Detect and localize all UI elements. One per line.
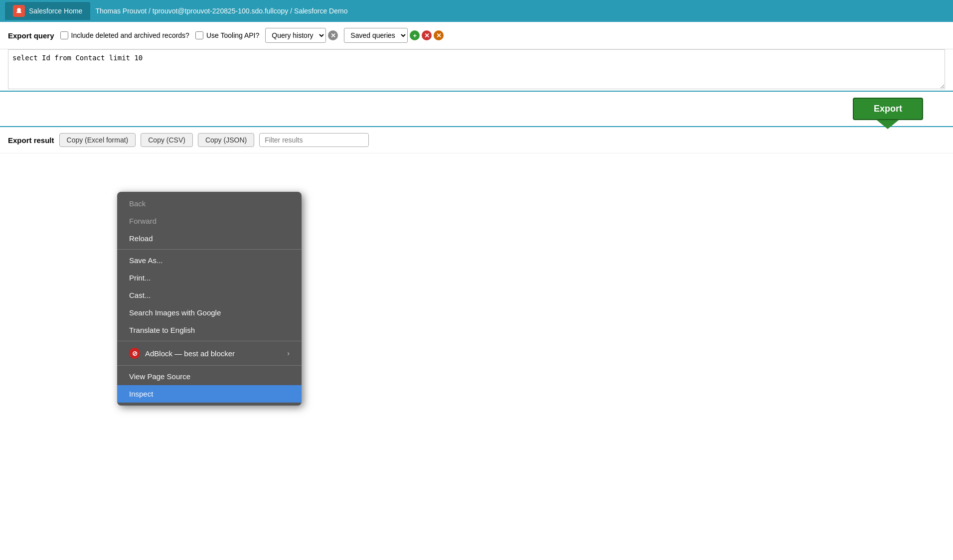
browser-bar: Salesforce Home Thomas Prouvot / tprouvo…	[0, 0, 953, 22]
context-menu-divider-3	[117, 365, 302, 366]
export-query-bar: Export query Include deleted and archive…	[0, 22, 953, 49]
context-menu-forward-label: Forward	[129, 217, 157, 225]
export-button[interactable]: Export	[853, 98, 923, 120]
tooling-api-checkbox[interactable]	[195, 31, 203, 39]
export-button-area: Export	[0, 92, 953, 127]
salesforce-icon	[13, 5, 25, 17]
context-menu-search-images-label: Search Images with Google	[129, 308, 221, 317]
context-menu-view-source-label: View Page Source	[129, 372, 190, 381]
deleted-records-checkbox[interactable]	[60, 31, 68, 39]
tab-label: Salesforce Home	[29, 7, 82, 15]
context-menu-reload-label: Reload	[129, 234, 153, 243]
context-menu-back-label: Back	[129, 199, 146, 208]
context-menu-print[interactable]: Print...	[117, 269, 302, 286]
context-menu-divider-2	[117, 341, 302, 341]
deleted-records-label: Include deleted and archived records?	[71, 31, 189, 39]
remove-saved-query-btn[interactable]: ✕	[422, 30, 432, 40]
context-menu-search-images[interactable]: Search Images with Google	[117, 304, 302, 321]
copy-csv-btn[interactable]: Copy (CSV)	[141, 133, 193, 147]
context-menu-cast[interactable]: Cast...	[117, 286, 302, 304]
query-history-wrapper: Query history ✕	[265, 28, 338, 43]
context-menu-back[interactable]: Back	[117, 195, 302, 212]
context-menu-print-label: Print...	[129, 274, 151, 282]
export-btn-wrapper: Export	[853, 98, 923, 120]
checkbox-tooling-api: Use Tooling API?	[195, 31, 259, 39]
browser-url: Thomas Prouvot / tprouvot@tprouvot-22082…	[95, 7, 347, 15]
context-menu-translate-label: Translate to English	[129, 326, 195, 334]
main-content: Export query Include deleted and archive…	[0, 22, 953, 560]
context-menu-inspect[interactable]: Inspect	[117, 385, 302, 403]
saved-queries-wrapper: Saved queries + ✕ ✕	[344, 28, 444, 43]
context-menu-divider-1	[117, 249, 302, 250]
filter-results-input[interactable]	[259, 133, 369, 147]
query-history-dropdown[interactable]: Query history	[265, 28, 326, 43]
adblock-icon: ⊘	[129, 348, 140, 359]
context-menu-view-source[interactable]: View Page Source	[117, 368, 302, 385]
export-result-bar: Export result Copy (Excel format) Copy (…	[0, 127, 953, 153]
context-menu-inspect-label: Inspect	[129, 390, 153, 398]
export-query-label: Export query	[8, 31, 54, 40]
query-history-clear-btn[interactable]: ✕	[328, 30, 338, 40]
saved-queries-dropdown[interactable]: Saved queries	[344, 28, 408, 43]
adblock-submenu-chevron: ›	[287, 349, 290, 357]
query-textarea[interactable]: select Id from Contact limit 10	[8, 49, 945, 89]
export-result-label: Export result	[8, 136, 54, 144]
checkbox-deleted-records: Include deleted and archived records?	[60, 31, 189, 39]
context-menu-adblock-label: AdBlock — best ad blocker	[145, 349, 235, 358]
tooling-api-label: Use Tooling API?	[206, 31, 259, 39]
context-menu-adblock[interactable]: ⊘ AdBlock — best ad blocker ›	[117, 343, 302, 363]
context-menu-reload[interactable]: Reload	[117, 230, 302, 247]
context-menu-save-as-label: Save As...	[129, 256, 163, 265]
context-menu: Back Forward Reload Save As... Print... …	[117, 192, 302, 406]
copy-json-btn[interactable]: Copy (JSON)	[198, 133, 254, 147]
add-saved-query-btn[interactable]: +	[410, 30, 420, 40]
export-btn-arrow	[877, 120, 899, 129]
context-menu-forward[interactable]: Forward	[117, 212, 302, 230]
browser-tab[interactable]: Salesforce Home	[5, 2, 90, 20]
context-menu-cast-label: Cast...	[129, 291, 151, 299]
copy-excel-btn[interactable]: Copy (Excel format)	[59, 133, 136, 147]
context-menu-save-as[interactable]: Save As...	[117, 252, 302, 269]
context-menu-translate[interactable]: Translate to English	[117, 321, 302, 339]
edit-saved-query-btn[interactable]: ✕	[434, 30, 444, 40]
query-textarea-wrapper: select Id from Contact limit 10	[0, 49, 953, 92]
